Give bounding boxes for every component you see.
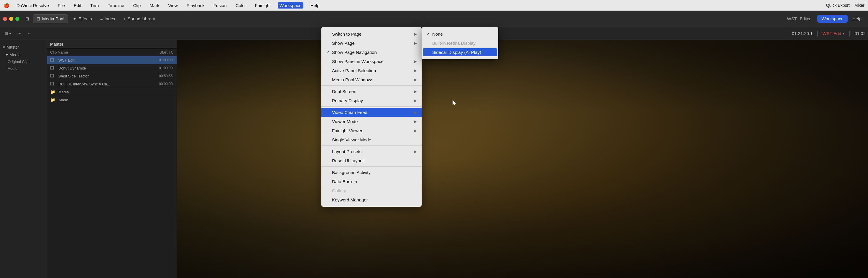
label-fairlight-viewer: Fairlight Viewer bbox=[332, 128, 414, 133]
menu-primary-display[interactable]: Primary Display ▶ bbox=[321, 96, 422, 105]
wst-edit-label[interactable]: WST Edit bbox=[822, 31, 841, 36]
media-pool-header: Master bbox=[47, 40, 177, 48]
row-icon: 🎞 bbox=[50, 66, 57, 70]
menubar-right: Quick Export Mixer bbox=[826, 3, 865, 8]
minimize-button[interactable] bbox=[9, 17, 13, 21]
view-icon: ⊟ bbox=[5, 31, 8, 36]
sidebar-item-audio[interactable]: Audio bbox=[0, 65, 47, 72]
snapping-toggle[interactable]: ↔ bbox=[25, 30, 34, 36]
sidebar-media-chevron: ▾ bbox=[6, 53, 8, 57]
menu-background-activity[interactable]: Background Activity bbox=[321, 168, 422, 177]
menu-item-playback[interactable]: Playback bbox=[185, 2, 206, 8]
help-menu-button[interactable]: Help bbox=[849, 15, 865, 23]
effects-icon: ✦ bbox=[73, 16, 77, 22]
arrow-switch-to-page: ▶ bbox=[414, 32, 417, 36]
menu-item-workspace[interactable]: Workspace bbox=[278, 2, 303, 8]
menu-item-fairlight[interactable]: Fairlight bbox=[253, 2, 272, 8]
submenu-sidecar-airplay[interactable]: Sidecar Display (AirPlay) bbox=[423, 48, 497, 56]
menu-item-edit[interactable]: Edit bbox=[72, 2, 83, 8]
media-pool-label: Media Pool bbox=[42, 16, 64, 21]
far-right-timecode: 01:02 bbox=[855, 31, 866, 36]
media-pool-row[interactable]: 🎞Donut Dynamite01:00:00: bbox=[47, 64, 177, 72]
menu-show-panel-in-workspace[interactable]: Show Panel in Workspace ▶ bbox=[321, 57, 422, 66]
label-reset-ui-layout: Reset UI Layout bbox=[332, 158, 417, 163]
workspace-dropdown-menu: Switch to Page ▶ Show Page ▶ ✓ Show Page… bbox=[321, 27, 422, 207]
workspace-menu-button[interactable]: Workspace bbox=[817, 15, 848, 23]
menu-keyword-manager[interactable]: Keyword Manager bbox=[321, 195, 422, 204]
media-pool-rows: 🎞WST Edit01:00:00:🎞Donut Dynamite01:00:0… bbox=[47, 56, 177, 104]
menu-item-clip[interactable]: Clip bbox=[131, 2, 143, 8]
menu-item-timeline[interactable]: Timeline bbox=[106, 2, 126, 8]
label-single-viewer-mode: Single Viewer Mode bbox=[332, 137, 417, 142]
divider3 bbox=[849, 31, 850, 36]
menu-switch-to-page[interactable]: Switch to Page ▶ bbox=[321, 30, 422, 39]
sidebar-media-header[interactable]: ▾ Media bbox=[0, 51, 47, 58]
effects-button[interactable]: ✦ Effects bbox=[69, 15, 96, 23]
media-pool-row[interactable]: 🎞West Side Tractor00:59:55: bbox=[47, 72, 177, 80]
arrow-media-pool-windows: ▶ bbox=[414, 77, 417, 82]
wst-edit-chevron[interactable]: ▾ bbox=[843, 31, 845, 36]
menu-item-davinci[interactable]: DaVinci Resolve bbox=[15, 2, 51, 8]
sidebar-master-header[interactable]: ▾ Master bbox=[0, 44, 47, 50]
wst-badge: WST bbox=[787, 16, 797, 21]
menu-viewer-mode[interactable]: Viewer Mode ▶ bbox=[321, 117, 422, 126]
menu-fairlight-viewer[interactable]: Fairlight Viewer ▶ bbox=[321, 126, 422, 135]
apple-menu[interactable]: 🍎 bbox=[3, 3, 9, 8]
sound-library-button[interactable]: ♪ Sound Library bbox=[120, 15, 159, 23]
quick-export-button[interactable]: Quick Export bbox=[826, 3, 850, 8]
menu-item-trim[interactable]: Trim bbox=[88, 2, 100, 8]
menu-media-pool-windows[interactable]: Media Pool Windows ▶ bbox=[321, 75, 422, 84]
menu-item-view[interactable]: View bbox=[166, 2, 180, 8]
row-icon: 📁 bbox=[50, 90, 57, 94]
link-icon: ⚯ bbox=[18, 31, 21, 36]
menu-reset-ui-layout[interactable]: Reset UI Layout bbox=[321, 156, 422, 165]
menu-data-burn-in[interactable]: Data Burn-In bbox=[321, 177, 422, 186]
menu-item-file[interactable]: File bbox=[56, 2, 67, 8]
media-pool-row[interactable]: 🎞WST Edit01:00:00: bbox=[47, 56, 177, 64]
media-pool-table: Clip Name Start TC 🎞WST Edit01:00:00:🎞Do… bbox=[47, 48, 177, 278]
row-clip-name: Donut Dynamite bbox=[58, 66, 138, 70]
arrow-show-panel: ▶ bbox=[414, 59, 417, 64]
sidebar-item-original-clips[interactable]: Original Clips bbox=[0, 58, 47, 65]
menu-item-mark[interactable]: Mark bbox=[148, 2, 161, 8]
link-toggle[interactable]: ⚯ bbox=[16, 30, 23, 36]
media-pool-row[interactable]: 🎞R03_01 Interview Sync A Ca...00:00:00: bbox=[47, 80, 177, 88]
menu-item-help[interactable]: Help bbox=[309, 2, 321, 8]
label-dual-screen: Dual Screen bbox=[332, 89, 414, 94]
vcf-submenu: ✓ None Built-in Retina Display Sidecar D… bbox=[422, 27, 498, 59]
panel-toggle-button[interactable]: ⊞ bbox=[23, 15, 32, 23]
main-content: ▾ Master ▾ Media Original Clips Audio Ma… bbox=[0, 40, 868, 278]
menu-video-clean-feed[interactable]: Video Clean Feed ▶ bbox=[321, 108, 422, 117]
media-pool-button[interactable]: ⊟ Media Pool bbox=[33, 14, 68, 23]
sidebar-master-label: Master bbox=[6, 45, 19, 49]
arrow-fairlight-viewer: ▶ bbox=[414, 129, 417, 133]
menu-item-color[interactable]: Color bbox=[234, 2, 248, 8]
sidebar-media-group: ▾ Media Original Clips Audio bbox=[0, 50, 47, 72]
label-keyword-manager: Keyword Manager bbox=[332, 197, 417, 202]
row-timecode: 01:00:00: bbox=[138, 58, 174, 62]
index-button[interactable]: ≡ Index bbox=[97, 15, 119, 23]
mixer-button[interactable]: Mixer bbox=[855, 3, 865, 8]
menu-show-page[interactable]: Show Page ▶ bbox=[321, 39, 422, 48]
menu-item-fusion[interactable]: Fusion bbox=[212, 2, 228, 8]
menu-layout-presets[interactable]: Layout Presets ▶ bbox=[321, 147, 422, 156]
menu-dual-screen[interactable]: Dual Screen ▶ bbox=[321, 87, 422, 96]
index-label: Index bbox=[104, 16, 115, 21]
menu-single-viewer-mode[interactable]: Single Viewer Mode bbox=[321, 135, 422, 144]
app-toolbar: ⊞ ⊟ Media Pool ✦ Effects ≡ Index ♪ Sound… bbox=[0, 11, 868, 27]
arrow-show-page: ▶ bbox=[414, 41, 417, 45]
sound-library-label: Sound Library bbox=[128, 16, 155, 21]
submenu-none[interactable]: ✓ None bbox=[422, 30, 498, 39]
label-gallery: Gallery bbox=[332, 188, 417, 193]
col-clip-name: Clip Name bbox=[50, 50, 138, 55]
row-icon: 🎞 bbox=[50, 81, 57, 86]
media-pool-row[interactable]: 📁Audio bbox=[47, 96, 177, 104]
menu-active-panel-selection[interactable]: Active Panel Selection ▶ bbox=[321, 66, 422, 75]
menu-show-page-navigation[interactable]: ✓ Show Page Navigation bbox=[321, 48, 422, 57]
view-toggle[interactable]: ⊟ ▾ bbox=[2, 30, 13, 36]
arrow-video-clean-feed: ▶ bbox=[414, 110, 417, 114]
media-pool-row[interactable]: 📁Media bbox=[47, 88, 177, 96]
check-none: ✓ bbox=[426, 32, 432, 36]
close-button[interactable] bbox=[3, 17, 7, 21]
maximize-button[interactable] bbox=[16, 17, 20, 21]
